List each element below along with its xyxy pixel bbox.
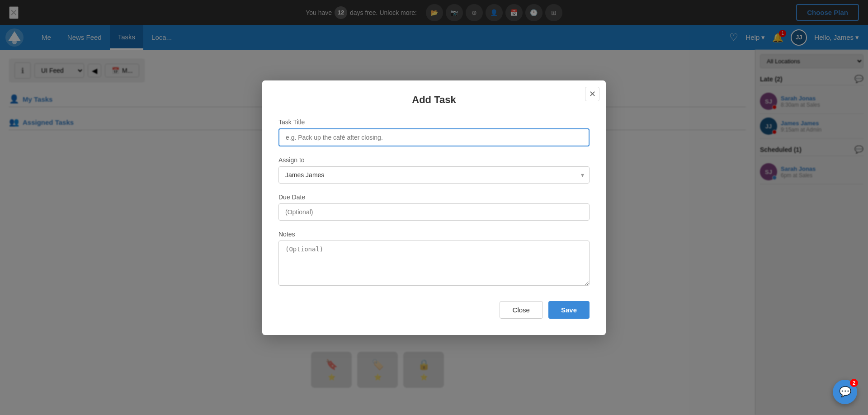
chat-badge: 2 <box>850 379 858 387</box>
notes-group: Notes <box>278 231 590 288</box>
modal-close-button[interactable]: ✕ <box>585 87 599 101</box>
due-date-input[interactable] <box>278 203 590 221</box>
modal-overlay: ✕ Add Task Task Title Assign to James Ja… <box>0 0 868 415</box>
save-button[interactable]: Save <box>548 301 590 319</box>
assign-to-group: Assign to James James ▾ <box>278 156 590 184</box>
notes-label: Notes <box>278 231 590 238</box>
modal-footer: Close Save <box>278 301 590 319</box>
task-title-group: Task Title <box>278 118 590 146</box>
due-date-label: Due Date <box>278 193 590 201</box>
task-title-input[interactable] <box>278 128 590 146</box>
modal-title: Add Task <box>278 94 590 106</box>
due-date-group: Due Date <box>278 193 590 221</box>
notes-textarea[interactable] <box>278 241 590 286</box>
assign-to-label: Assign to <box>278 156 590 164</box>
assign-to-select[interactable]: James James <box>278 166 590 184</box>
assign-to-select-wrapper: James James ▾ <box>278 166 590 184</box>
chat-bubble[interactable]: 💬 2 <box>833 380 857 404</box>
task-title-label: Task Title <box>278 118 590 126</box>
add-task-modal: ✕ Add Task Task Title Assign to James Ja… <box>262 80 606 335</box>
chat-icon: 💬 <box>839 386 851 398</box>
close-button[interactable]: Close <box>500 301 543 319</box>
